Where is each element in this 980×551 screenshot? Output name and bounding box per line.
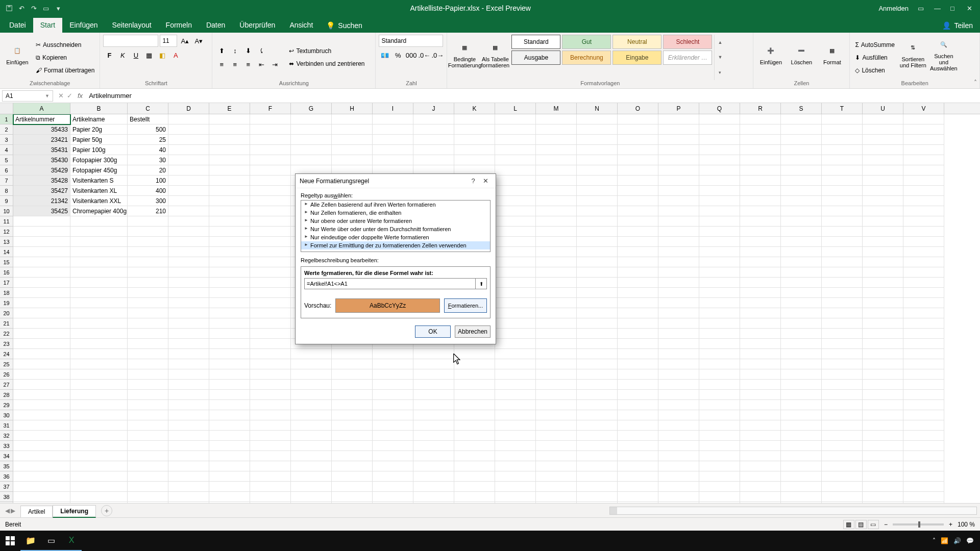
col-header[interactable]: U (863, 103, 903, 114)
cell[interactable]: 35433 (13, 124, 70, 135)
cell[interactable] (454, 420, 495, 431)
cell[interactable] (903, 227, 944, 237)
cell[interactable] (781, 420, 822, 431)
row-header[interactable]: 30 (0, 410, 13, 420)
cell[interactable] (740, 257, 781, 267)
cell[interactable] (699, 410, 740, 420)
cell[interactable] (332, 369, 373, 380)
cell[interactable]: Artikelnummer (13, 114, 70, 124)
cell[interactable] (863, 318, 903, 329)
cell[interactable] (903, 349, 944, 359)
cell[interactable] (413, 359, 454, 369)
cell[interactable] (822, 124, 863, 135)
cell[interactable] (618, 329, 658, 339)
cell[interactable] (699, 471, 740, 482)
cell[interactable] (699, 165, 740, 176)
cell[interactable]: Visitenkarten XL (70, 186, 128, 196)
cell[interactable] (250, 492, 291, 502)
cell[interactable]: Papier 20g (70, 124, 128, 135)
cell[interactable] (373, 349, 413, 359)
col-header[interactable]: A (13, 103, 70, 114)
cell[interactable] (332, 349, 373, 359)
row-header[interactable]: 37 (0, 482, 13, 492)
col-header[interactable]: B (70, 103, 128, 114)
row-header[interactable]: 3 (0, 135, 13, 145)
cell[interactable] (373, 155, 413, 165)
row-header[interactable]: 4 (0, 145, 13, 155)
cell[interactable] (128, 431, 168, 441)
cell[interactable] (536, 288, 577, 298)
cell[interactable] (903, 492, 944, 502)
cell[interactable] (168, 135, 209, 145)
cell[interactable] (658, 227, 699, 237)
cell[interactable] (209, 359, 250, 369)
cell[interactable] (863, 441, 903, 451)
col-header[interactable]: M (536, 103, 577, 114)
cell[interactable] (373, 451, 413, 461)
cell[interactable] (209, 482, 250, 492)
cell[interactable] (209, 420, 250, 431)
tray-volume-icon[interactable]: 🔊 (953, 537, 961, 544)
cell[interactable] (740, 278, 781, 288)
cell[interactable] (536, 257, 577, 267)
cell[interactable] (373, 369, 413, 380)
cell[interactable] (658, 278, 699, 288)
cell[interactable] (781, 257, 822, 267)
percent-icon[interactable]: % (392, 49, 404, 61)
cell[interactable] (168, 267, 209, 278)
zoom-slider[interactable] (893, 523, 944, 525)
cell[interactable] (822, 278, 863, 288)
cell[interactable] (903, 329, 944, 339)
cell[interactable] (70, 400, 128, 410)
row-header[interactable]: 32 (0, 431, 13, 441)
cell[interactable] (618, 461, 658, 471)
normal-view-icon[interactable]: ▦ (843, 520, 854, 529)
new-sheet-button[interactable]: + (101, 505, 112, 516)
cell[interactable] (291, 369, 332, 380)
tab-start[interactable]: Start (33, 18, 63, 33)
cell[interactable] (740, 359, 781, 369)
cell[interactable] (168, 482, 209, 492)
cell[interactable] (903, 278, 944, 288)
cell[interactable] (740, 471, 781, 482)
cell[interactable] (536, 502, 577, 503)
cell[interactable] (70, 359, 128, 369)
cell[interactable] (618, 237, 658, 247)
cell[interactable] (822, 176, 863, 186)
cell[interactable] (903, 471, 944, 482)
cell[interactable] (658, 318, 699, 329)
cell[interactable] (781, 216, 822, 227)
cell[interactable] (903, 380, 944, 390)
cell[interactable] (13, 492, 70, 502)
cell[interactable] (168, 461, 209, 471)
cell[interactable] (822, 196, 863, 206)
cell[interactable] (495, 206, 536, 216)
cell[interactable] (903, 288, 944, 298)
cell[interactable] (209, 257, 250, 267)
cell[interactable] (70, 278, 128, 288)
cell[interactable] (740, 267, 781, 278)
cell[interactable] (781, 227, 822, 237)
cell[interactable] (332, 145, 373, 155)
cell[interactable] (822, 114, 863, 124)
col-header[interactable]: K (454, 103, 495, 114)
cell[interactable] (577, 390, 618, 400)
cell[interactable] (209, 186, 250, 196)
cell[interactable] (128, 278, 168, 288)
cell[interactable] (128, 257, 168, 267)
cell[interactable] (618, 420, 658, 431)
cell[interactable]: 35430 (13, 155, 70, 165)
cell[interactable] (13, 471, 70, 482)
cell[interactable] (822, 247, 863, 257)
cell[interactable] (577, 329, 618, 339)
cell[interactable] (618, 410, 658, 420)
cell[interactable] (658, 267, 699, 278)
cut-button[interactable]: ✂Ausschneiden (34, 39, 96, 51)
cell[interactable] (699, 206, 740, 216)
cell[interactable] (658, 176, 699, 186)
cell[interactable] (618, 390, 658, 400)
cell[interactable] (413, 441, 454, 451)
cell[interactable] (413, 492, 454, 502)
cell[interactable] (618, 145, 658, 155)
cell[interactable] (128, 369, 168, 380)
